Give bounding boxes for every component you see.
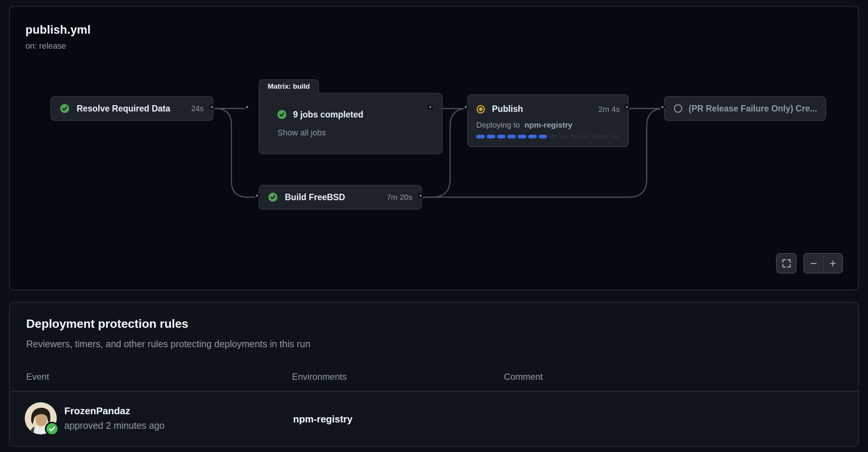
job-duration: 2m 4s xyxy=(598,105,620,114)
job-label: Resolve Required Data xyxy=(77,104,170,114)
workflow-run-page: publish.yml on: release Resolve Required… xyxy=(0,0,868,452)
success-check-icon xyxy=(277,110,286,119)
progress-segment xyxy=(507,135,516,138)
edge-connector-dot xyxy=(428,104,433,110)
pending-circle-icon xyxy=(674,104,683,113)
progress-segment xyxy=(559,135,568,138)
approved-badge xyxy=(45,422,59,436)
column-header-environments: Environments xyxy=(292,372,347,382)
edge-connector-dot xyxy=(244,104,250,110)
user-login[interactable]: FrozenPandaz xyxy=(64,405,130,417)
progress-segment xyxy=(549,135,557,138)
job-label: Build FreeBSD xyxy=(285,192,345,202)
edge-connector-dot xyxy=(463,104,468,110)
progress-segment xyxy=(487,135,495,138)
progress-segment xyxy=(476,135,485,138)
job-duration: 7m 20s xyxy=(387,193,412,202)
edge-resolve-freebsd xyxy=(213,109,259,197)
edge-connector-dot xyxy=(660,104,665,110)
progress-segment xyxy=(539,135,547,138)
zoom-controls: − + xyxy=(803,253,843,274)
badge-check-icon xyxy=(46,423,58,434)
deploy-status-text: Deploying to npm-registry xyxy=(476,120,620,129)
in-progress-icon xyxy=(476,105,485,114)
success-check-icon xyxy=(268,193,277,202)
edge-connector-dot xyxy=(624,104,630,110)
edge-connector-dot xyxy=(418,193,423,198)
column-header-comment: Comment xyxy=(504,372,543,382)
success-check-icon xyxy=(60,104,69,113)
progress-segment xyxy=(580,135,589,138)
workflow-trigger: on: release xyxy=(25,41,90,51)
job-label: 9 jobs completed xyxy=(293,110,363,120)
edge-connector-dot xyxy=(209,104,215,110)
edge-connector-dot xyxy=(255,193,260,198)
environment-value[interactable]: npm-registry xyxy=(293,413,353,425)
workflow-file-name: publish.yml xyxy=(25,23,90,37)
deploy-prefix: Deploying to xyxy=(476,120,520,129)
workflow-header: publish.yml on: release xyxy=(25,23,90,51)
rules-heading: Deployment protection rules xyxy=(26,317,188,331)
job-label: (PR Release Failure Only) Cre... xyxy=(689,104,817,114)
progress-segment xyxy=(497,135,506,138)
rules-subheading: Reviewers, timers, and other rules prote… xyxy=(26,339,310,349)
progress-segment xyxy=(570,135,578,138)
progress-segment xyxy=(591,135,599,138)
progress-segment xyxy=(601,135,609,138)
job-label: Publish xyxy=(492,104,523,114)
zoom-in-button[interactable]: + xyxy=(824,254,843,273)
fullscreen-icon xyxy=(782,259,791,268)
job-node-build-freebsd[interactable]: Build FreeBSD 7m 20s xyxy=(259,185,422,210)
job-node-publish[interactable]: Publish 2m 4s Deploying to npm-registry xyxy=(467,94,629,147)
matrix-group-label: Matrix: build xyxy=(268,82,310,91)
progress-segment xyxy=(611,135,620,138)
progress-segment xyxy=(528,135,537,138)
job-node-pr-release-failure[interactable]: (PR Release Failure Only) Cre... xyxy=(664,96,826,121)
approval-status-text: approved 2 minutes ago xyxy=(64,420,164,431)
job-node-matrix-build[interactable]: 9 jobs completed Show all jobs xyxy=(259,93,443,154)
column-header-event: Event xyxy=(26,372,49,382)
workflow-graph-panel: publish.yml on: release Resolve Required… xyxy=(9,6,859,290)
progress-segment xyxy=(518,135,526,138)
job-duration: 24s xyxy=(191,104,204,113)
show-all-jobs-link[interactable]: Show all jobs xyxy=(277,128,326,138)
zoom-out-button[interactable]: − xyxy=(804,254,824,273)
matrix-group-tab: Matrix: build xyxy=(259,79,319,94)
job-node-resolve-required-data[interactable]: Resolve Required Data 24s xyxy=(50,96,213,121)
table-row: FrozenPandaz approved 2 minutes ago npm-… xyxy=(10,392,858,445)
user-avatar[interactable] xyxy=(25,402,57,434)
deploy-target-environment: npm-registry xyxy=(524,120,572,129)
deployment-protection-rules-panel: Deployment protection rules Reviewers, t… xyxy=(9,302,859,447)
deploy-progress xyxy=(476,135,620,138)
fullscreen-button[interactable] xyxy=(776,253,797,274)
